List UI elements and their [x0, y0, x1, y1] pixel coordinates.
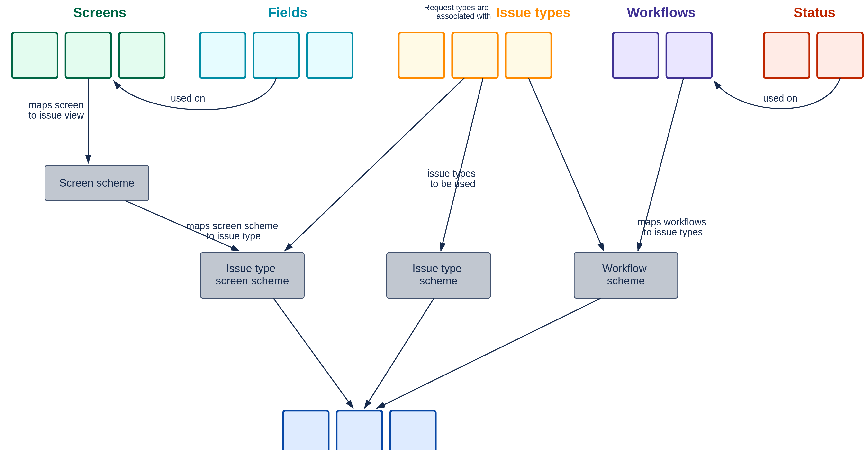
- screen-scheme-node: Screen scheme: [45, 165, 149, 201]
- edge-workflows-to-workflowscheme-label: maps workflows to issue types: [638, 217, 709, 237]
- diagram-canvas: Screens Fields Request types are associa…: [0, 0, 868, 450]
- fields-header: Fields: [268, 5, 307, 20]
- screens-box-1: [12, 32, 57, 78]
- project-box-2: [337, 411, 382, 450]
- screens-group: Screens: [12, 5, 164, 78]
- edge-screenscheme-to-itscreenscheme-label: maps screen scheme to issue type: [186, 220, 281, 241]
- edge-screens-to-screenscheme-label: maps screen to issue view: [28, 100, 87, 120]
- edge-issuetypes-to-itscheme-label: issue types to be used: [427, 168, 478, 189]
- edge-workflowscheme-to-projects: [377, 298, 601, 408]
- workflows-box-2: [666, 32, 712, 78]
- edge-itscreenscheme-to-projects: [273, 298, 353, 408]
- issuetypes-header: Issue types: [496, 5, 570, 20]
- status-group: Status: [764, 5, 863, 78]
- issuetypes-note-line2: associated with: [436, 11, 491, 21]
- screen-scheme-label: Screen scheme: [59, 177, 134, 189]
- issuetype-screen-scheme-node: Issue type screen scheme: [200, 253, 304, 298]
- status-box-1: [764, 32, 809, 78]
- project-box-1: [283, 411, 329, 450]
- projects-group: Company-managed projects: [283, 411, 436, 450]
- status-header: Status: [794, 5, 835, 20]
- issuetypes-box-1: [399, 32, 444, 78]
- fields-box-1: [200, 32, 245, 78]
- issuetypes-box-2: [452, 32, 498, 78]
- screens-box-3: [119, 32, 164, 78]
- edge-issuetypes-to-workflowscheme: [529, 78, 604, 251]
- fields-box-3: [307, 32, 352, 78]
- edge-itscheme-to-projects: [365, 298, 434, 408]
- workflows-group: Workflows: [613, 5, 712, 78]
- fields-box-2: [253, 32, 299, 78]
- workflows-box-1: [613, 32, 658, 78]
- status-box-2: [817, 32, 863, 78]
- edge-issuetypes-to-itscheme: [441, 78, 483, 251]
- issuetypes-note-line1: Request types are: [424, 3, 489, 12]
- fields-group: Fields: [200, 5, 352, 78]
- issuetypes-group: Request types are associated with Issue …: [399, 3, 570, 78]
- project-box-3: [390, 411, 436, 450]
- screens-header: Screens: [73, 5, 126, 20]
- workflow-scheme-node: Workflow scheme: [574, 253, 678, 298]
- issuetypes-box-3: [506, 32, 551, 78]
- edge-issuetypes-to-itscreenscheme: [285, 78, 464, 251]
- edge-status-to-workflows-label: used on: [763, 93, 798, 104]
- issuetypes-note: Request types are associated with: [424, 3, 491, 21]
- screens-box-2: [65, 32, 111, 78]
- edge-fields-to-screens-label: used on: [171, 93, 205, 104]
- workflows-header: Workflows: [627, 5, 696, 20]
- issuetype-scheme-node: Issue type scheme: [387, 253, 490, 298]
